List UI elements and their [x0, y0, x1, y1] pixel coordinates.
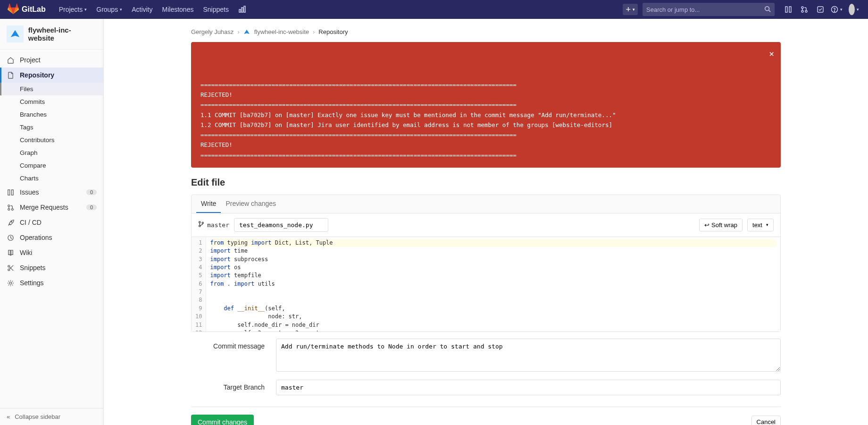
- code-line[interactable]: from typing import Dict, List, Tuple: [210, 239, 776, 247]
- sidebar-sub-graph[interactable]: Graph: [0, 146, 103, 159]
- issues-shortcut-icon[interactable]: [782, 3, 795, 16]
- sidebar-item-issues[interactable]: Issues0: [0, 185, 103, 200]
- target-branch-input[interactable]: [276, 380, 781, 395]
- breadcrumb-project[interactable]: flywheel-inc-website: [254, 28, 309, 35]
- sidebar-sub-commits[interactable]: Commits: [0, 95, 103, 108]
- nav-milestones[interactable]: Milestones: [158, 0, 199, 19]
- commit-message-input[interactable]: [276, 339, 781, 372]
- alert-line: 1.1 COMMIT [ba702b7] on [master] Exactly…: [200, 110, 762, 120]
- sidebar-sub-compare[interactable]: Compare: [0, 159, 103, 172]
- target-branch-label: Target Branch: [191, 380, 276, 391]
- svg-point-16: [8, 208, 9, 210]
- tab-write[interactable]: Write: [196, 195, 221, 213]
- syntax-select[interactable]: text ▾: [747, 219, 774, 231]
- form-footer: Commit changes Cancel: [191, 407, 781, 425]
- code-line[interactable]: import tempfile: [210, 272, 261, 279]
- project-header[interactable]: flywheel-inc-website: [0, 19, 103, 50]
- scissors-icon: [7, 264, 14, 272]
- code-editor[interactable]: 1234567891011121314151617 from typing im…: [192, 237, 780, 332]
- nav-activity[interactable]: Activity: [127, 0, 157, 19]
- user-menu[interactable]: ▾: [846, 3, 859, 16]
- svg-point-8: [801, 10, 803, 12]
- branch-name: master: [207, 221, 229, 229]
- sidebar-item-operations[interactable]: Operations: [0, 230, 103, 245]
- branch-chip: master: [198, 221, 229, 229]
- editor-panel: Write Preview changes master ↩ Soft wrap: [191, 195, 781, 332]
- sidebar-item-snippets[interactable]: Snippets: [0, 260, 103, 275]
- svg-point-27: [202, 222, 203, 224]
- chevron-down-icon: ▾: [633, 8, 635, 12]
- commit-changes-button[interactable]: Commit changes: [191, 415, 254, 425]
- sidebar-item-project[interactable]: Project: [0, 52, 103, 68]
- main-content: Gergely Juhasz › flywheel-inc-website › …: [104, 19, 868, 425]
- alert-line: ========================================…: [200, 80, 762, 90]
- rocket-icon: [7, 219, 14, 226]
- sidebar-item-repository[interactable]: Repository: [0, 68, 103, 83]
- breadcrumb: Gergely Juhasz › flywheel-inc-website › …: [191, 26, 781, 42]
- breadcrumb-page[interactable]: Repository: [318, 28, 348, 35]
- gitlab-logo-icon[interactable]: [8, 3, 22, 16]
- svg-rect-13: [8, 189, 9, 195]
- sidebar-item-merge-requests[interactable]: Merge Requests0: [0, 200, 103, 215]
- home-icon: [7, 56, 14, 64]
- chevron-down-icon: ▾: [840, 7, 843, 12]
- issues-icon: [7, 188, 14, 196]
- mr-shortcut-icon[interactable]: [798, 3, 811, 16]
- new-menu-button[interactable]: +▾: [623, 4, 638, 15]
- alert-line: 1.2 COMMIT [ba702b7] on [master] Jira us…: [200, 120, 762, 130]
- close-icon[interactable]: ×: [769, 47, 774, 61]
- tab-preview[interactable]: Preview changes: [221, 195, 281, 213]
- ops-icon: [7, 234, 14, 241]
- svg-rect-14: [11, 189, 13, 195]
- nav-analytics-icon[interactable]: [234, 0, 250, 19]
- cancel-button[interactable]: Cancel: [751, 416, 781, 425]
- project-avatar-icon: [243, 28, 250, 35]
- soft-wrap-button[interactable]: ↩ Soft wrap: [699, 219, 743, 231]
- svg-point-18: [11, 221, 12, 222]
- svg-point-15: [8, 204, 9, 206]
- sidebar-item-settings[interactable]: Settings: [0, 275, 103, 290]
- alert-line: REJECTED!: [200, 90, 762, 100]
- todos-icon[interactable]: [814, 3, 827, 16]
- brand-label[interactable]: GitLab: [22, 5, 46, 14]
- nav-snippets[interactable]: Snippets: [198, 0, 233, 19]
- svg-line-4: [769, 10, 771, 12]
- svg-point-12: [834, 11, 835, 12]
- svg-point-9: [805, 10, 807, 12]
- chevron-down-icon: ▾: [766, 222, 768, 227]
- editor-toolbar: master ↩ Soft wrap text ▾: [192, 213, 780, 237]
- code-line[interactable]: from . import utils: [210, 280, 275, 287]
- sidebar-sub-branches[interactable]: Branches: [0, 108, 103, 121]
- search-input[interactable]: [646, 6, 764, 13]
- code-line[interactable]: node: str,: [210, 313, 302, 320]
- chevron-down-icon: ▾: [84, 7, 87, 12]
- avatar: [849, 4, 855, 15]
- code-line[interactable]: import os: [210, 264, 241, 271]
- sidebar-sub-contributors[interactable]: Contributors: [0, 134, 103, 146]
- code-line[interactable]: def __init__(self,: [210, 305, 285, 312]
- sidebar-item-wiki[interactable]: Wiki: [0, 245, 103, 260]
- top-nav: GitLab Projects▾ Groups▾ Activity Milest…: [0, 0, 868, 19]
- mr-icon: [7, 204, 14, 211]
- sidebar-item-ci-cd[interactable]: CI / CD: [0, 215, 103, 230]
- search-icon: [764, 6, 771, 14]
- code-line[interactable]: import subprocess: [210, 256, 268, 263]
- code-line[interactable]: self.p2p_port = p2p_port: [210, 330, 319, 332]
- svg-rect-2: [244, 6, 245, 12]
- doc-icon: [7, 71, 14, 79]
- help-icon[interactable]: ▾: [830, 3, 843, 16]
- collapse-sidebar-button[interactable]: « Collapse sidebar: [0, 408, 103, 425]
- sidebar-sub-charts[interactable]: Charts: [0, 172, 103, 185]
- filename-input[interactable]: [234, 218, 328, 232]
- code-line[interactable]: self.node_dir = node_dir: [210, 322, 319, 328]
- sidebar-sub-tags[interactable]: Tags: [0, 121, 103, 134]
- nav-groups[interactable]: Groups▾: [92, 0, 127, 19]
- svg-rect-0: [239, 9, 241, 12]
- sidebar-sub-files[interactable]: Files: [0, 83, 103, 95]
- error-alert: × ======================================…: [191, 42, 781, 168]
- chevron-left-icon: «: [7, 413, 10, 420]
- code-line[interactable]: import time: [210, 247, 247, 254]
- breadcrumb-user[interactable]: Gergely Juhasz: [191, 28, 234, 35]
- global-search[interactable]: [643, 3, 775, 16]
- nav-projects[interactable]: Projects▾: [54, 0, 92, 19]
